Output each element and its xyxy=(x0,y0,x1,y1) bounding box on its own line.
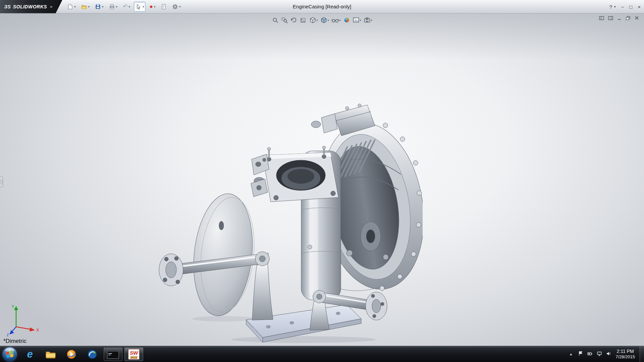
dropdown-caret-icon[interactable]: ▾ xyxy=(360,19,361,22)
dropdown-caret-icon[interactable]: ▾ xyxy=(371,19,372,22)
clock-time: 2:11 PM xyxy=(615,349,635,355)
taskbar-item-media-player[interactable] xyxy=(62,347,81,361)
dropdown-caret-icon[interactable]: ▾ xyxy=(116,5,118,8)
dropdown-caret-icon[interactable]: ▾ xyxy=(316,19,318,22)
dropdown-caret-icon[interactable]: ▾ xyxy=(74,5,76,8)
dropdown-caret-icon[interactable]: ▾ xyxy=(128,5,130,8)
z-axis-label: Z xyxy=(7,333,9,337)
display-button[interactable] xyxy=(597,351,602,358)
zoom-to-fit-button[interactable] xyxy=(271,16,279,24)
taskbar-item-solidworks-launcher[interactable] xyxy=(83,347,102,361)
edit-appearance-button[interactable] xyxy=(343,16,351,24)
reference-triad[interactable]: Y X Z xyxy=(7,303,40,337)
quick-toolbar: ▾ ▾ ▾ ▾ ↶ ▾ ▾ ● xyxy=(64,2,183,12)
view-orientation-button[interactable]: ▾ xyxy=(309,16,318,24)
action-center-flag-icon xyxy=(578,351,583,356)
printer-icon xyxy=(109,4,115,10)
dropdown-caret-icon[interactable]: ▾ xyxy=(154,5,156,8)
document-close-button[interactable] xyxy=(635,16,639,20)
select-tool-button[interactable]: ▾ xyxy=(134,2,146,12)
dropdown-caret-icon[interactable]: ▾ xyxy=(143,5,144,8)
restore-button[interactable]: □ xyxy=(629,4,632,10)
x-axis-arrow[interactable] xyxy=(16,327,32,329)
heads-up-view-toolbar: ▾ ▾ ▾ ▾ ▾ xyxy=(268,15,375,25)
show-desktop-button[interactable] xyxy=(640,346,644,362)
pedestal-stand-front[interactable] xyxy=(252,264,273,320)
show-hidden-icons-button[interactable]: ▲ xyxy=(568,351,574,357)
close-button[interactable]: × xyxy=(638,4,641,10)
solidworks-launcher-icon xyxy=(87,349,97,359)
print-button[interactable]: ▾ xyxy=(107,2,119,12)
zoom-to-area-button[interactable] xyxy=(280,16,288,24)
taskbar-clock[interactable]: 2:11 PM 7/28/2015 xyxy=(615,349,635,360)
folder-icon xyxy=(45,350,56,359)
dropdown-caret-icon[interactable]: ▾ xyxy=(327,19,329,22)
help-dropdown-caret-icon[interactable]: ▾ xyxy=(614,5,616,8)
section-view-button[interactable] xyxy=(299,16,307,24)
display-style-icon xyxy=(320,17,327,23)
document-restore-button[interactable] xyxy=(626,16,631,20)
pane-right-toggle-button[interactable] xyxy=(608,16,613,20)
view-orientation-cube-icon xyxy=(309,17,316,23)
pane-splitter-handle[interactable] xyxy=(0,176,3,187)
pedestal-stand-rear[interactable] xyxy=(310,301,329,330)
help-button[interactable]: ? xyxy=(609,4,612,10)
glasses-icon xyxy=(331,17,339,23)
zoom-to-area-icon xyxy=(281,17,288,23)
solidworks-2015-icon: SW 2015 xyxy=(128,349,140,360)
menu-expand-chevron-icon[interactable]: » xyxy=(50,4,52,9)
new-document-icon xyxy=(67,4,73,10)
intake-flange[interactable] xyxy=(263,146,338,202)
options-gear-icon xyxy=(172,4,178,10)
view-settings-button[interactable]: ▾ xyxy=(363,16,373,24)
section-view-icon xyxy=(300,17,307,23)
appearance-sphere-icon xyxy=(343,17,350,23)
apply-scene-button[interactable]: ▾ xyxy=(352,16,362,24)
dropdown-caret-icon[interactable]: ▾ xyxy=(102,5,104,8)
windows-taskbar: e xyxy=(0,346,644,362)
open-button[interactable]: ▾ xyxy=(79,2,92,12)
undo-button[interactable]: ↶ ▾ xyxy=(121,2,132,12)
model-container[interactable] xyxy=(151,96,423,344)
command-window-icon xyxy=(107,350,119,359)
display-style-button[interactable]: ▾ xyxy=(320,16,329,24)
start-button[interactable] xyxy=(3,347,17,361)
undo-icon: ↶ xyxy=(123,4,127,10)
rebuild-button[interactable]: ● ▾ xyxy=(148,2,157,12)
engine-casing-model[interactable] xyxy=(151,96,423,344)
dropdown-caret-icon[interactable]: ▾ xyxy=(179,5,181,8)
solidworks-brand[interactable]: ЗS SOLIDWORKS » xyxy=(0,0,62,13)
dropdown-caret-icon[interactable]: ▾ xyxy=(339,19,340,22)
y-axis-label: Y xyxy=(11,304,14,309)
document-window-controls xyxy=(599,16,639,20)
dropdown-caret-icon[interactable]: ▾ xyxy=(88,5,90,8)
graphics-area[interactable]: Y X Z *Dimetric xyxy=(0,13,644,346)
hide-show-items-button[interactable]: ▾ xyxy=(331,16,341,24)
pane-left-toggle-button[interactable] xyxy=(599,16,604,20)
taskbar-item-solidworks-2015[interactable]: SW 2015 xyxy=(124,347,144,361)
file-properties-button[interactable] xyxy=(159,2,168,12)
volume-button[interactable] xyxy=(606,351,611,358)
taskbar-item-internet-explorer[interactable]: e xyxy=(20,347,40,361)
taskbar-item-windows-explorer[interactable] xyxy=(41,347,60,361)
media-player-icon xyxy=(66,349,76,359)
file-properties-icon xyxy=(161,4,167,10)
flywheel-cover[interactable] xyxy=(188,191,259,319)
document-minimize-button[interactable] xyxy=(617,16,622,20)
x-axis-label: X xyxy=(36,327,39,333)
menu-bar: ЗS SOLIDWORKS » ▾ ▾ ▾ ▾ ↶ ▾ xyxy=(0,0,644,13)
previous-view-button[interactable] xyxy=(290,16,298,24)
window-controls: ? ▾ − □ × xyxy=(609,0,641,13)
minimize-button[interactable]: − xyxy=(621,4,624,10)
windows-flag-icon xyxy=(6,351,13,358)
power-button[interactable] xyxy=(587,351,593,358)
system-tray: ▲ xyxy=(568,351,611,358)
action-center-button[interactable] xyxy=(578,351,583,358)
options-button[interactable]: ▾ xyxy=(170,2,182,12)
new-document-button[interactable]: ▾ xyxy=(65,2,77,12)
save-button[interactable]: ▾ xyxy=(93,2,105,12)
taskbar-item-command-window[interactable] xyxy=(103,347,123,361)
zoom-to-fit-icon xyxy=(272,17,278,23)
rebuild-icon: ● xyxy=(149,4,153,10)
power-battery-icon xyxy=(587,351,593,356)
